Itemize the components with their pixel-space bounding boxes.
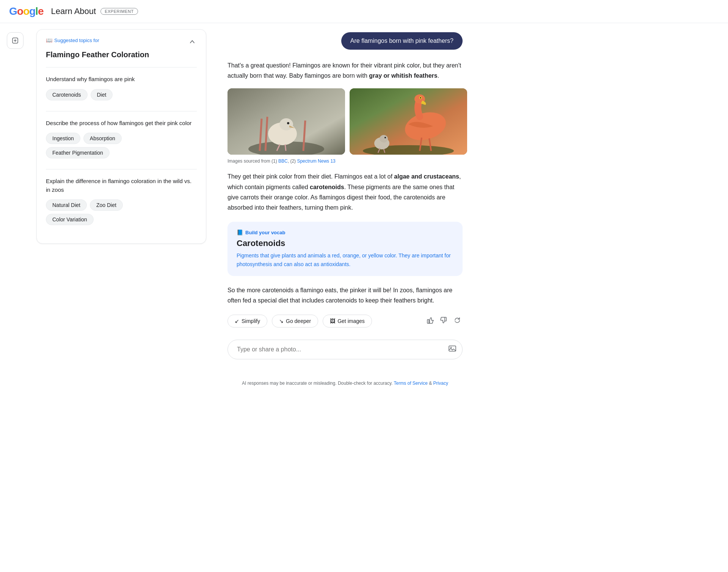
logo-g: G [9,5,17,17]
vocab-term: Carotenoids [237,238,453,248]
logo-l: l [35,5,38,17]
image-icon [448,345,457,353]
chips-row-2: Ingestion Absorption [46,133,197,144]
footer: AI responses may be inaccurate or mislea… [228,375,463,392]
topics-header: 📖 Suggested topics for [46,37,197,48]
adult-flamingo-image [350,88,467,155]
new-chat-icon [11,37,19,44]
chip-color-variation[interactable]: Color Variation [46,214,94,225]
topic-question-2: Describe the process of how flamingos ge… [46,119,197,128]
vocab-definition: Pigments that give plants and animals a … [237,251,453,268]
simplify-label: Simplify [242,318,260,324]
experiment-badge: EXPERIMENT [100,8,138,15]
svg-point-27 [450,347,452,348]
svg-point-7 [287,122,289,124]
feedback-icons [425,315,463,328]
vocab-label: Build your vocab [245,230,285,235]
images-row [228,88,463,155]
svg-rect-26 [449,346,456,351]
intro-bold: gray or whitish feathers [369,72,438,79]
go-deeper-button[interactable]: ↘ Go deeper [272,315,318,328]
spectrum-link[interactable]: Spectrum News 13 [297,158,335,164]
svg-point-6 [279,118,293,130]
go-deeper-icon: ↘ [279,318,284,324]
chevron-up-icon [188,38,196,45]
get-images-icon: 🖼 [330,318,335,324]
svg-point-18 [420,97,421,99]
svg-point-23 [384,137,386,138]
refresh-icon [453,317,461,324]
topic-question-3: Explain the difference in flamingo color… [46,177,197,194]
google-logo: Google [9,5,43,17]
content-area: Are flamingos born with pink feathers? T… [212,23,485,407]
privacy-link[interactable]: Privacy [433,381,448,386]
vocab-card: 📘 Build your vocab Carotenoids Pigments … [228,222,463,276]
chat-input[interactable] [228,340,463,359]
chip-feather-pigmentation[interactable]: Feather Pigmentation [46,147,110,158]
suggested-label: 📖 Suggested topics for [46,37,99,43]
chip-zoo-diet[interactable]: Zoo Diet [90,199,123,211]
topic-section-3: Explain the difference in flamingo color… [46,169,197,236]
simplify-button[interactable]: ↙ Simplify [228,315,267,328]
logo-e: e [38,5,44,17]
bbc-link[interactable]: BBC [278,158,288,164]
topics-card: 📖 Suggested topics for Flamingo Feather … [36,29,206,244]
main-layout: 📖 Suggested topics for Flamingo Feather … [0,23,728,407]
topic-section-1: Understand why flamingos are pink Carote… [46,67,197,111]
app-header: Google Learn About EXPERIMENT [0,0,728,23]
refresh-button[interactable] [452,315,463,328]
thumbs-down-icon [440,317,447,324]
chips-row-1: Carotenoids Diet [46,89,197,100]
chip-natural-diet[interactable]: Natural Diet [46,199,87,211]
topic-section-2: Describe the process of how flamingos ge… [46,111,197,169]
logo-g2: g [29,5,35,17]
body-bold-1: algae and crustaceans [394,173,459,180]
answer-body-2: So the more carotenoids a flamingo eats,… [228,285,463,306]
topics-header-left: 📖 Suggested topics for [46,37,99,43]
chip-carotenoids[interactable]: Carotenoids [46,89,88,100]
tos-link[interactable]: Terms of Service [394,381,428,386]
vocab-header: 📘 Build your vocab [237,229,453,235]
chips-row-2b: Feather Pigmentation [46,147,197,158]
sidebar-icon-col [0,23,30,407]
thumbs-up-button[interactable] [425,315,435,328]
baby-flamingo-image [228,88,345,155]
vocab-icon: 📘 [237,229,243,235]
chips-row-3b: Color Variation [46,214,197,225]
image-upload-button[interactable] [448,345,457,355]
question-bubble: Are flamingos born with pink feathers? [341,32,463,50]
svg-point-22 [380,135,388,143]
svg-line-9 [285,144,286,151]
chip-ingestion[interactable]: Ingestion [46,133,80,144]
question-row: Are flamingos born with pink feathers? [228,32,463,60]
thumbs-down-button[interactable] [438,315,449,328]
answer-intro: That's a great question! Flamingos are k… [228,60,463,81]
topics-title: Flamingo Feather Coloration [46,50,197,60]
get-images-label: Get images [337,318,365,324]
action-buttons-row: ↙ Simplify ↘ Go deeper 🖼 Get images [228,315,463,328]
topics-panel: 📖 Suggested topics for Flamingo Feather … [30,23,212,407]
baby-flamingo-svg [228,88,345,155]
simplify-icon: ↙ [235,318,239,324]
book-icon: 📖 [46,37,52,43]
topic-question-1: Understand why flamingos are pink [46,75,197,84]
go-deeper-label: Go deeper [286,318,311,324]
logo-o1: o [17,5,23,17]
chips-row-3: Natural Diet Zoo Diet [46,199,197,211]
images-caption: Images sourced from (1) BBC, (2) Spectru… [228,158,463,164]
chip-diet[interactable]: Diet [91,89,113,100]
header-title: Learn About [51,6,96,16]
thumbs-up-icon [426,317,434,324]
input-area [228,340,463,359]
body-bold-2: carotenoids [310,184,344,190]
logo-o2: o [23,5,29,17]
collapse-button[interactable] [188,37,197,48]
chip-absorption[interactable]: Absorption [83,133,122,144]
get-images-button[interactable]: 🖼 Get images [323,315,372,328]
new-chat-button[interactable] [7,32,24,49]
adult-flamingo-svg [350,88,467,155]
answer-body: They get their pink color from their die… [228,171,463,213]
